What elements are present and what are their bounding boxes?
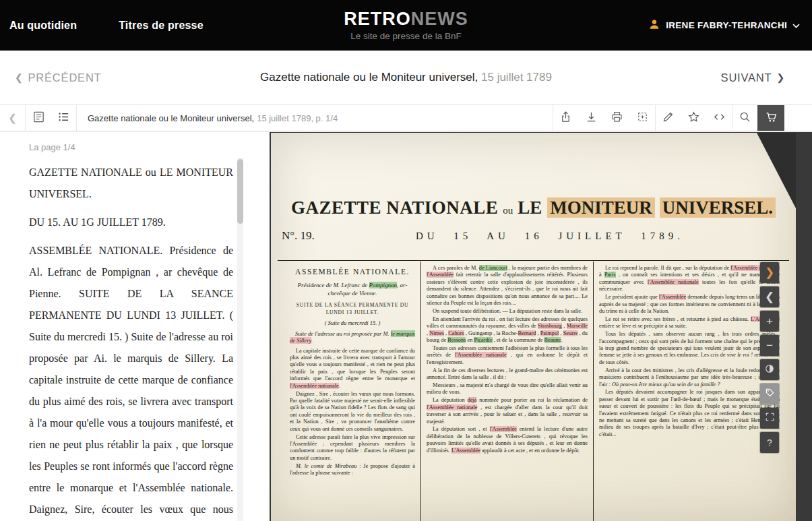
search-button[interactable] [732,105,757,131]
crop-button[interactable] [629,105,655,131]
table-of-contents-button[interactable] [51,105,77,131]
chevron-right-icon: ❯ [776,72,785,83]
newspaper-block: En attendant l'arrivée du roi , on fait … [427,316,588,344]
newspaper-column-1: ASSEMBLÉE NATIONALE.Présidence de M. Lef… [278,262,420,521]
newspaper-block: La députation déjà nommée pour porter au… [427,397,588,425]
share-icon [559,111,572,126]
next-issue-button[interactable]: SUIVANT ❯ [721,71,785,84]
logo-news: NEWS [411,9,468,29]
contrast-icon [764,363,775,377]
zoom-out-button[interactable]: − [760,335,779,356]
newspaper-block: Le roi reprend la parole. Il dit que , s… [599,265,780,293]
newspaper-block: Arrivé à la cour des ministres , les cri… [599,367,780,388]
zoom-in-button[interactable]: + [760,311,779,332]
question-mark-icon: ? [767,438,772,448]
cart-button[interactable] [757,105,784,131]
annotate-button[interactable] [655,105,681,131]
print-icon [611,111,623,126]
newspaper-block: La capitale instruite de cette marque de… [290,348,415,390]
retronews-logo[interactable]: RETRONEWS Le site de presse de la BnF [344,10,468,41]
previous-label: PRÉCÉDENT [28,71,102,84]
masthead-le: LE [518,197,542,218]
newspaper-block: Cette adresse paraît faire la plus vive … [290,434,415,462]
pages-overview-button[interactable] [26,105,51,131]
nav-au-quotidien[interactable]: Au quotidien [9,20,77,32]
help-button[interactable]: ? [760,432,779,453]
tags-button[interactable] [760,384,779,404]
user-icon [648,18,660,32]
back-chevron-icon: ❮ [8,112,17,124]
fullscreen-button[interactable] [760,408,779,429]
user-name: IRENE FABRY-TEHRANCHI [666,20,787,30]
newspaper-columns: ASSEMBLÉE NATIONALE.Présidence de M. Lef… [278,262,789,521]
masthead-ou: ou [503,205,513,216]
toolbar-title-meta: 15 juillet 1789, p. 1/4 [257,113,338,123]
list-icon [57,111,70,126]
back-button[interactable]: ❮ [0,105,26,131]
newspaper-block: A la fin de ces diverses lectures , le g… [427,367,588,381]
newspaper-block: Les députés devaient accompagner le roi … [599,389,780,438]
chevron-left-icon: ❮ [15,72,24,83]
previous-issue-button[interactable]: ❮ PRÉCÉDENT [15,71,102,84]
newspaper-block: Présidence de M. Lefranc de Pompignan, a… [290,282,415,297]
print-button[interactable] [604,105,629,131]
newspaper-block: Le président ajoute que l'Assemblée dema… [599,294,780,315]
ocr-scrollbar-thumb[interactable] [237,159,243,224]
chevron-left-icon: ❮ [765,291,774,303]
viewer-toolbar: ❮ Gazette nationale ou le Moniteur unive… [0,104,812,131]
issue-number: N°. 19. [282,229,315,243]
share-button[interactable] [553,105,578,131]
chevron-right-icon: ❯ [765,267,774,278]
masthead-gazette: GAZETTE NATIONALE [291,197,498,218]
logo-wordmark: RETRONEWS [344,10,468,28]
issue-title-name: Gazette nationale ou le Moniteur univers… [260,71,478,84]
embed-button[interactable] [706,105,732,131]
star-icon [687,111,700,126]
logo-retro: RETRO [344,9,411,29]
issue-nav-row: ❮ PRÉCÉDENT Gazette nationale ou le Moni… [0,51,812,104]
ocr-text: GAZETTE NATIONALE ou LE MONITEUR UNIVERS… [29,162,233,521]
logo-subtitle: Le site de presse de la BnF [344,31,468,41]
document-viewer: GAZETTE NATIONALEouLEMONITEURUNIVERSEL. … [270,132,812,521]
newspaper-block: Tous les députés , sans observer aucun r… [599,331,780,366]
user-menu[interactable]: IRENE FABRY-TEHRANCHI [648,18,800,32]
ocr-scrollbar-track[interactable] [237,158,243,521]
code-icon [713,111,726,126]
masthead-rule [278,260,789,261]
crop-icon [636,111,649,126]
newspaper-block: A ces paroles de M. de Liancourt , la ma… [427,265,588,307]
favorite-button[interactable] [681,105,706,131]
masthead-moniteur-highlight: MONITEUR [547,197,655,218]
contrast-button[interactable] [760,359,779,380]
page-label: La page 1/4 [29,142,75,152]
newspaper-block: Toutes ces adresses contiennent l'adhési… [427,345,588,366]
open-panel-button[interactable]: ❯ [760,262,779,283]
download-icon [585,111,598,126]
cart-icon [765,111,778,126]
newspaper-block: ( Suite du mercredi 15. ) [290,319,415,326]
newspaper-block: Messieurs , sa majesté m'a chargé de vou… [427,382,588,396]
newspaper-masthead: GAZETTE NATIONALEouLEMONITEURUNIVERSEL. [271,133,796,218]
newspaper-block: SUITE DE LA SÉANCE PERMANENTE DU LUNDI 1… [292,302,412,316]
viewer-side-tools: ❯ ❮ + − ? [760,262,779,453]
newspaper-block: La députation sort , et l'Assemblée ente… [427,426,588,454]
content-area: La page 1/4 GAZETTE NATIONALE ou LE MONI… [0,132,812,521]
nav-titres-de-presse[interactable]: Titres de presse [119,20,204,32]
download-button[interactable] [578,105,604,131]
search-icon [739,111,751,126]
newspaper-column-2: A ces paroles de M. de Liancourt , la ma… [420,262,593,521]
ocr-panel: La page 1/4 GAZETTE NATIONALE ou LE MONI… [0,132,270,521]
ocr-paragraph: GAZETTE NATIONALE ou LE MONITEUR UNIVERS… [29,162,233,205]
collapse-panel-button[interactable]: ❮ [760,286,779,307]
toolbar-spacer [338,105,553,131]
newspaper-block: ASSEMBLÉE NATIONALE. [290,268,415,275]
issue-title-date: 15 juillet 1789 [481,71,552,84]
ocr-paragraph: DU 15. AU 1G JUILLET 1789. [29,212,233,233]
newspaper-block: Daignez , Sire , écouter les vœux que no… [290,391,415,433]
newspaper-block: On suspend toute délibération. — La dépu… [427,308,588,315]
chevron-down-icon [792,20,800,30]
newspaper-issue-row: N°. 19. DU 15 AU 16 JUILLET 1789. [271,229,796,243]
newspaper-scan[interactable]: GAZETTE NATIONALEouLEMONITEURUNIVERSEL. … [271,133,796,521]
newspaper-block: M. le comte de Mirabeau : Je propose d'a… [290,463,415,477]
masthead-universel-highlight: UNIVERSEL. [660,197,776,218]
